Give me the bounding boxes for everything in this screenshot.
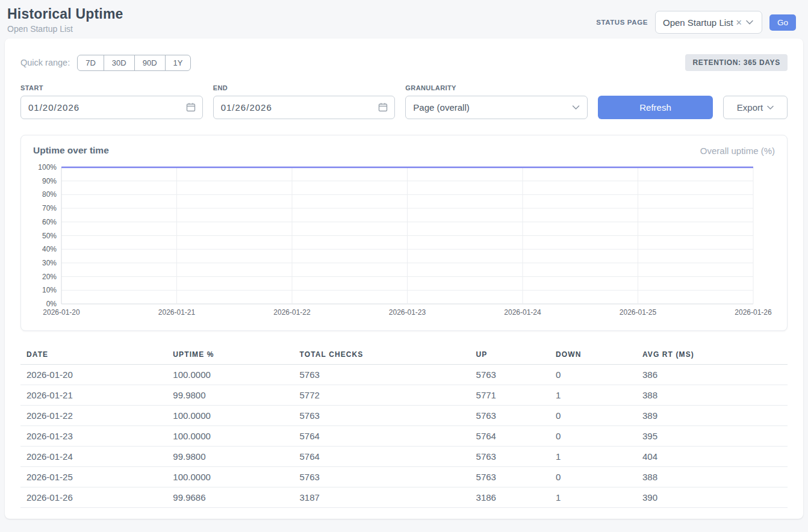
chevron-down-icon: [767, 105, 774, 110]
cell-uptime-pct: 100.0000: [167, 426, 293, 447]
cell-total-checks: 5772: [294, 385, 470, 406]
cell-date: 2026-01-22: [20, 406, 167, 426]
quick-range-button-30d[interactable]: 30D: [104, 55, 135, 71]
cell-down: 0: [550, 365, 636, 385]
cell-total-checks: 5763: [294, 365, 470, 385]
table-row: 2026-01-21 99.9800 5772 5771 1 388: [20, 385, 788, 406]
y-axis-tick: 100%: [33, 163, 57, 172]
table-row: 2026-01-20 100.0000 5763 5763 0 386: [20, 365, 788, 385]
chart-card: Uptime over time Overall uptime (%) 0%10…: [20, 135, 788, 331]
x-axis-tick: 2026-01-22: [273, 308, 310, 317]
chart-title: Uptime over time: [33, 145, 109, 156]
quick-range-label: Quick range:: [20, 58, 70, 67]
clear-selection-icon[interactable]: ✕: [736, 18, 742, 27]
cell-up: 5771: [470, 385, 550, 406]
status-page-picker: STATUS PAGE Open Startup List ✕ Go: [596, 11, 796, 34]
granularity-selected-value: Page (overall): [413, 102, 469, 113]
table-row: 2026-01-25 100.0000 5763 5763 0 388: [20, 467, 788, 487]
chevron-down-icon: [572, 105, 580, 110]
cell-avg-rt: 388: [636, 467, 788, 487]
start-date-input[interactable]: [20, 96, 203, 119]
end-date-label: END: [213, 84, 396, 91]
cell-total-checks: 5763: [294, 467, 470, 487]
page-heading: Historical Uptime Open Startup List: [7, 6, 123, 34]
y-axis-tick: 50%: [33, 232, 57, 240]
cell-avg-rt: 386: [636, 365, 788, 385]
cell-up: 3186: [470, 487, 550, 508]
y-axis-tick: 80%: [33, 190, 57, 199]
uptime-table: DATE UPTIME % TOTAL CHECKS UP DOWN AVG R…: [20, 345, 788, 508]
chart-header: Uptime over time Overall uptime (%): [33, 145, 775, 156]
cell-up: 5763: [470, 467, 550, 487]
x-axis-tick: 2026-01-24: [504, 308, 541, 317]
column-header-total-checks: TOTAL CHECKS: [294, 345, 470, 365]
filter-form-row: START END: [20, 84, 788, 119]
cell-total-checks: 3187: [294, 487, 470, 508]
cell-date: 2026-01-23: [20, 426, 167, 447]
chart-legend-label: Overall uptime (%): [700, 146, 775, 156]
cell-total-checks: 5764: [294, 426, 470, 447]
cell-up: 5763: [470, 365, 550, 385]
column-header-up: UP: [470, 345, 550, 365]
quick-range-button-7d[interactable]: 7D: [77, 55, 104, 71]
cell-uptime-pct: 100.0000: [167, 365, 293, 385]
cell-down: 0: [550, 406, 636, 426]
page-title: Historical Uptime: [7, 6, 123, 22]
start-date-field: START: [20, 84, 203, 119]
retention-badge: RETENTION: 365 DAYS: [685, 54, 788, 71]
cell-uptime-pct: 100.0000: [167, 406, 293, 426]
y-axis-tick: 70%: [33, 204, 57, 212]
export-button-label: Export: [737, 102, 763, 113]
cell-up: 5763: [470, 447, 550, 467]
cell-uptime-pct: 99.9800: [167, 385, 293, 406]
granularity-field: GRANULARITY Page (overall): [405, 84, 588, 119]
quick-range-button-90d[interactable]: 90D: [134, 55, 166, 71]
go-button[interactable]: Go: [769, 14, 796, 31]
cell-down: 1: [550, 487, 636, 508]
y-axis-tick: 10%: [33, 286, 57, 294]
cell-up: 5764: [470, 426, 550, 447]
table-row: 2026-01-23 100.0000 5764 5764 0 395: [20, 426, 788, 447]
calendar-icon: [378, 102, 388, 112]
cell-avg-rt: 395: [636, 426, 788, 447]
cell-down: 1: [550, 385, 636, 406]
x-axis-tick: 2026-01-26: [735, 308, 771, 317]
quick-range-button-group: 7D 30D 90D 1Y: [77, 55, 191, 71]
cell-avg-rt: 390: [636, 487, 788, 508]
end-date-input[interactable]: [213, 96, 396, 119]
cell-date: 2026-01-25: [20, 467, 167, 487]
column-header-avg-rt: AVG RT (MS): [636, 345, 788, 365]
column-header-date: DATE: [20, 345, 167, 365]
x-axis-tick: 2026-01-21: [158, 308, 195, 317]
cell-date: 2026-01-26: [20, 487, 167, 508]
y-axis-tick: 20%: [33, 273, 57, 281]
cell-down: 0: [550, 467, 636, 487]
column-header-uptime: UPTIME %: [167, 345, 293, 365]
status-page-selected-value: Open Startup List: [663, 17, 733, 28]
granularity-select[interactable]: Page (overall): [405, 96, 588, 119]
cell-date: 2026-01-21: [20, 385, 167, 406]
cell-avg-rt: 389: [636, 406, 788, 426]
table-row: 2026-01-24 99.9800 5764 5763 1 404: [20, 447, 788, 467]
uptime-chart: 0%10%20%30%40%50%60%70%80%90%100%2026-01…: [33, 162, 775, 322]
cell-total-checks: 5763: [294, 406, 470, 426]
start-date-label: START: [20, 84, 203, 91]
cell-uptime-pct: 100.0000: [167, 467, 293, 487]
cell-uptime-pct: 99.9800: [167, 447, 293, 467]
y-axis-tick: 90%: [33, 177, 57, 185]
uptime-table-header: DATE UPTIME % TOTAL CHECKS UP DOWN AVG R…: [20, 345, 788, 365]
y-axis-tick: 40%: [33, 245, 57, 253]
cell-down: 1: [550, 447, 636, 467]
quick-range-button-1y[interactable]: 1Y: [165, 55, 191, 71]
page-subtitle: Open Startup List: [7, 24, 123, 34]
table-row: 2026-01-22 100.0000 5763 5763 0 389: [20, 406, 788, 426]
chevron-down-icon: [746, 20, 753, 25]
refresh-button[interactable]: Refresh: [598, 96, 713, 119]
cell-total-checks: 5764: [294, 447, 470, 467]
cell-down: 0: [550, 426, 636, 447]
cell-date: 2026-01-24: [20, 447, 167, 467]
export-button[interactable]: Export: [723, 96, 788, 119]
y-axis-tick: 60%: [33, 218, 57, 226]
status-page-select[interactable]: Open Startup List ✕: [655, 11, 762, 34]
cell-avg-rt: 388: [636, 385, 788, 406]
